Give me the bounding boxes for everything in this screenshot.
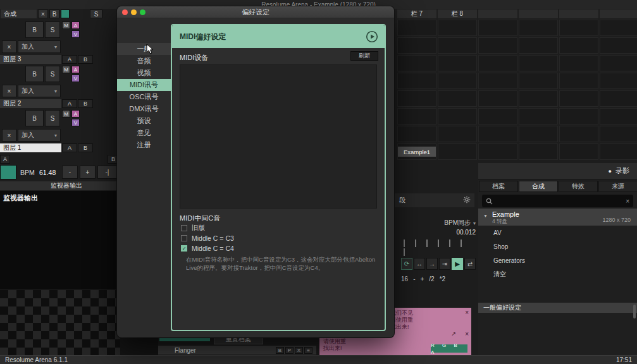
clip-slot[interactable]	[519, 126, 558, 142]
composition-bypass-button[interactable]: B	[49, 9, 59, 18]
nav-defaults[interactable]: 预设	[117, 115, 171, 127]
clip-slot[interactable]	[478, 126, 517, 142]
layer1-clear-button[interactable]: ×	[2, 129, 16, 142]
layer1-solo-button[interactable]: S	[45, 110, 60, 126]
clip-slot[interactable]	[559, 90, 598, 107]
tab-compositions[interactable]: 合成	[519, 181, 558, 192]
midi-devices-list[interactable]	[180, 64, 377, 209]
clip-slot[interactable]	[519, 73, 558, 89]
clip-slot[interactable]	[600, 126, 637, 142]
effect-preview-button[interactable]: P	[285, 347, 294, 354]
beat-counter[interactable]: 00.012	[392, 229, 476, 236]
layer1-crossfade-a[interactable]: A	[62, 143, 77, 152]
clip-label[interactable]: Example1	[398, 147, 436, 157]
tab-files[interactable]: 档案	[479, 181, 518, 192]
clip-slot[interactable]	[397, 90, 436, 107]
clip-slot[interactable]	[519, 108, 558, 124]
rgba-channels-badge[interactable]: R G B A	[431, 344, 467, 353]
layer3-crossfade-a[interactable]: A	[62, 55, 77, 64]
beat-increase-button[interactable]: +	[420, 276, 424, 282]
effect-bypass-button[interactable]: B	[276, 347, 284, 354]
clip-slot[interactable]	[478, 20, 517, 36]
clip-slot[interactable]	[478, 90, 517, 107]
close-icon[interactable]: ×	[465, 331, 469, 337]
clip-slot[interactable]	[478, 55, 517, 71]
layer2-audio-button[interactable]: A	[71, 66, 80, 73]
clip-slot[interactable]	[478, 108, 517, 124]
clip-slot[interactable]	[478, 37, 517, 54]
clip-slot[interactable]: Example1	[397, 143, 436, 160]
nav-video[interactable]: 视频	[117, 67, 171, 79]
nav-registration[interactable]: 注册	[117, 139, 171, 151]
clip-slot[interactable]	[519, 20, 558, 36]
layer1-audio-button[interactable]: A	[71, 110, 80, 118]
random-button[interactable]: ⇄	[464, 258, 476, 270]
nav-general[interactable]: 一般	[117, 43, 171, 55]
checkbox-icon[interactable]: ✓	[181, 235, 187, 241]
layer3-audio-button[interactable]: A	[71, 21, 80, 29]
clip-slot[interactable]	[438, 73, 477, 89]
bpm-color-swatch[interactable]	[0, 165, 16, 179]
bpm-increase-button[interactable]: +	[80, 166, 96, 179]
clip-slot[interactable]	[559, 73, 598, 89]
list-item-shop[interactable]: Shop	[478, 240, 637, 253]
column-header[interactable]	[600, 9, 637, 18]
clip-slot[interactable]	[438, 55, 477, 71]
beat-decrease-button[interactable]: -	[413, 276, 415, 282]
layer3-crossfade-b[interactable]: B	[78, 55, 93, 64]
layer1-crossfade-b[interactable]: B	[78, 143, 93, 152]
zoom-window-button[interactable]	[140, 9, 145, 15]
clip-slot[interactable]	[478, 143, 517, 160]
layer1-bypass-button[interactable]: B	[25, 110, 44, 126]
beat-double-button[interactable]: *2	[440, 276, 445, 282]
column-header[interactable]	[519, 9, 558, 18]
layer2-clear-button[interactable]: ×	[2, 85, 16, 97]
refresh-button[interactable]: 刷新	[350, 51, 378, 61]
effect-slider[interactable]	[159, 337, 210, 341]
clip-slot[interactable]	[397, 108, 436, 124]
bpm-sync-dropdown[interactable]: BPM同步 ▾	[392, 219, 476, 228]
clip-slot[interactable]	[519, 55, 558, 71]
list-item-av[interactable]: AV	[478, 226, 637, 239]
general-preferences-header[interactable]: 一般偏好设定	[478, 303, 637, 313]
clip-slot[interactable]	[600, 37, 637, 54]
composition-clear-button[interactable]: ×	[38, 9, 48, 18]
clip-slot[interactable]	[397, 20, 436, 36]
layer3-blend-dropdown[interactable]: 加入 ▾	[18, 40, 61, 53]
layer2-name[interactable]: 图层 2	[0, 99, 61, 108]
layer2-blend-dropdown[interactable]: 加入 ▾	[18, 85, 61, 97]
clip-slot[interactable]	[478, 73, 517, 89]
layer2-video-button[interactable]: V	[71, 75, 80, 82]
clip-slot[interactable]	[397, 126, 436, 142]
clip-slot[interactable]	[559, 143, 598, 160]
nav-midi[interactable]: MIDI讯号	[117, 79, 171, 91]
search-input[interactable]	[496, 198, 622, 205]
record-button[interactable]: 录影	[615, 166, 629, 176]
layer3-video-button[interactable]: V	[71, 30, 80, 38]
option-middle-c3[interactable]: ✓ Middle C = C3	[181, 234, 234, 243]
layer2-crossfade-b[interactable]: B	[78, 99, 93, 108]
clip-slot[interactable]	[600, 108, 637, 124]
clip-slot[interactable]	[438, 20, 477, 36]
effect-menu-button[interactable]: ≡	[304, 347, 312, 354]
gear-icon[interactable]	[463, 196, 471, 205]
layer2-bypass-button[interactable]: B	[25, 66, 44, 82]
clip-slot[interactable]	[519, 90, 558, 107]
option-middle-c4[interactable]: ✓ Middle C = C4	[181, 244, 234, 253]
clip-slot[interactable]	[438, 126, 477, 142]
effect-remove-button[interactable]: X	[295, 347, 303, 354]
play-circle-icon[interactable]	[366, 30, 378, 43]
clip-slot[interactable]	[559, 108, 598, 124]
play-to-end-button[interactable]: ⇥	[439, 258, 450, 270]
bpm-value[interactable]: 61.48	[39, 165, 56, 179]
column-header[interactable]	[478, 9, 517, 18]
nav-dmx[interactable]: DMX讯号	[117, 103, 171, 115]
clip-slot[interactable]	[559, 20, 598, 36]
nav-audio[interactable]: 音频	[117, 55, 171, 67]
crossfader-bus-a[interactable]: A	[0, 155, 10, 164]
bounce-button[interactable]: ↔	[414, 258, 425, 270]
play-button[interactable]: ▶	[452, 258, 463, 270]
clip-slot[interactable]	[438, 90, 477, 107]
close-window-button[interactable]	[122, 9, 128, 15]
bpm-decrease-button[interactable]: -	[62, 166, 78, 179]
